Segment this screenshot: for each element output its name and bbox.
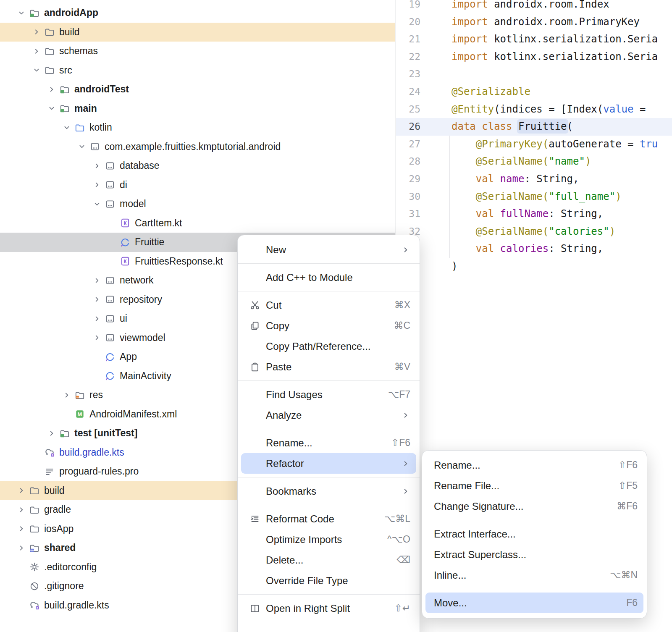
ide-window: androidAppbuildschemassrcandroidTestmain… [0,0,672,632]
code-text: val calories: String, [452,240,603,258]
tree-item-label: database [120,160,160,171]
tree-item-di[interactable]: di [0,176,395,195]
code-text: val fullName: String, [452,205,603,223]
folder-icon [44,26,55,38]
chevron-right-icon[interactable] [90,330,104,345]
chevron-right-icon[interactable] [45,426,59,441]
chevron-down-icon[interactable] [45,101,59,115]
refactor-submenu-item-change-signature[interactable]: Change Signature...⌘F6 [425,496,643,517]
line-number[interactable]: 26 [396,118,420,136]
chevron-right-icon[interactable] [90,178,104,192]
tree-item-build[interactable]: build [0,23,395,42]
code-text: val name: String, [452,170,579,188]
line-number[interactable]: 23 [396,66,420,83]
tree-item-label: androidApp [44,7,98,18]
tree-item-label: ui [120,313,127,324]
chevron-right-icon[interactable] [14,503,29,517]
line-number[interactable]: 27 [396,136,420,153]
context-menu-item-analyze[interactable]: Analyze [241,405,416,425]
line-number[interactable]: 24 [396,83,420,101]
package-icon [104,332,116,344]
code-token: @SerialName( [476,191,549,202]
context-menu-item-find-usages[interactable]: Find Usages⌥F7 [241,384,416,405]
context-menu-item-override-file-type[interactable]: Override File Type [241,570,416,591]
chevron-down-icon[interactable] [60,121,74,135]
line-number[interactable]: 20 [396,13,420,31]
chevron-right-icon[interactable] [90,292,104,307]
chevron-right-icon[interactable] [14,483,29,498]
tree-item-androidapp[interactable]: androidApp [0,3,395,23]
refactor-submenu-item-move[interactable]: Move...F6 [425,593,643,613]
code-text: @PrimaryKey(autoGenerate = tru [452,136,658,153]
code-token: @SerialName( [476,226,549,237]
chevron-right-icon[interactable] [14,522,29,536]
code-token: "name" [549,155,585,167]
chevron-right-icon[interactable] [90,273,104,288]
chevron-down-icon[interactable] [75,139,89,154]
line-number[interactable]: 31 [396,205,420,223]
context-menu-item-copy[interactable]: Copy⌘C [241,315,416,336]
refactor-submenu-item-rename[interactable]: Rename...⇧F6 [425,455,643,475]
context-menu-item-cut[interactable]: Cut⌘X [241,295,416,315]
code-line: 31 val fullName: String, [396,205,672,223]
code-line: 20import androidx.room.PrimaryKey [396,13,672,31]
chevron-right-icon[interactable] [90,312,104,326]
context-menu-item-copy-path-reference[interactable]: Copy Path/Reference... [241,336,416,357]
tree-item-com-example-fruitties-kmptutorial-android[interactable]: com.example.fruitties.kmptutorial.androi… [0,137,395,157]
tree-item-database[interactable]: database [0,156,395,176]
refactor-submenu-item-extract-interface[interactable]: Extract Interface... [425,524,643,544]
tree-item-src[interactable]: src [0,61,395,80]
chevron-right-icon[interactable] [29,44,44,58]
line-number[interactable]: 19 [396,0,420,13]
line-number[interactable]: 22 [396,48,420,66]
context-menu-item-add-c-to-module[interactable]: Add C++ to Module [241,267,416,288]
refactor-submenu-item-extract-superclass[interactable]: Extract Superclass... [425,544,643,565]
tree-indent-spacer [90,350,104,364]
code-text: @Entity(indices = [Index(value = [452,101,652,118]
code-token [452,138,476,150]
tree-item-label: test [unitTest] [74,427,137,439]
line-number[interactable]: 21 [396,31,420,48]
tree-item-androidtest[interactable]: androidTest [0,80,395,99]
tree-item-label: com.example.fruitties.kmptutorial.androi… [105,141,281,152]
chevron-right-icon[interactable] [45,82,59,97]
line-number[interactable]: 28 [396,153,420,170]
chevron-right-icon[interactable] [90,159,104,173]
tree-item-main[interactable]: main [0,99,395,118]
refactor-submenu-item-rename-file[interactable]: Rename File...⇧F5 [425,475,643,496]
menu-shortcut: ⌘V [394,361,410,372]
line-number[interactable]: 25 [396,101,420,118]
chevron-down-icon[interactable] [90,197,104,211]
tree-item-schemas[interactable]: schemas [0,42,395,61]
chevron-down-icon[interactable] [14,6,29,20]
tree-item-label: di [120,179,127,191]
kotlin-class-icon [104,370,116,382]
chevron-right-icon[interactable] [14,541,29,555]
context-menu-item-new[interactable]: New [241,239,416,260]
tree-item-label: res [89,389,103,401]
code-text: @Serializable [452,83,530,101]
kotlin-class-icon [104,351,116,363]
tree-item-kotlin[interactable]: kotlin [0,118,395,137]
chevron-down-icon[interactable] [29,63,44,77]
context-menu-item-paste[interactable]: Paste⌘V [241,357,416,377]
context-menu-item-delete[interactable]: Delete...⌫ [241,550,416,570]
line-number[interactable]: 30 [396,188,420,206]
chevron-right-icon[interactable] [60,388,74,402]
context-menu-item-refactor[interactable]: Refactor [241,453,416,474]
shared-folder-icon [29,542,40,554]
context-menu-item-bookmarks[interactable]: Bookmarks [241,481,416,501]
code-line-current: 26data class Fruittie( [396,118,672,136]
context-menu-item-optimize-imports[interactable]: Optimize Imports^⌥O [241,529,416,550]
menu-item-label: Add C++ to Module [266,272,410,283]
line-number[interactable]: 29 [396,170,420,188]
code-token: androidx.room.Index [494,0,609,10]
tree-item-model[interactable]: model [0,194,395,214]
chevron-right-icon[interactable] [29,25,44,39]
tree-item-cartitem-kt[interactable]: KCartItem.kt [0,214,395,233]
context-menu-item-open-in-right-split[interactable]: Open in Right Split⇧↵ [241,598,416,619]
refactor-submenu-item-inline[interactable]: Inline...⌥⌘N [425,565,643,585]
context-menu-item-rename[interactable]: Rename...⇧F6 [241,433,416,453]
context-menu-item-reformat-code[interactable]: Reformat Code⌥⌘L [241,509,416,529]
kotlin-class-icon [119,236,131,248]
